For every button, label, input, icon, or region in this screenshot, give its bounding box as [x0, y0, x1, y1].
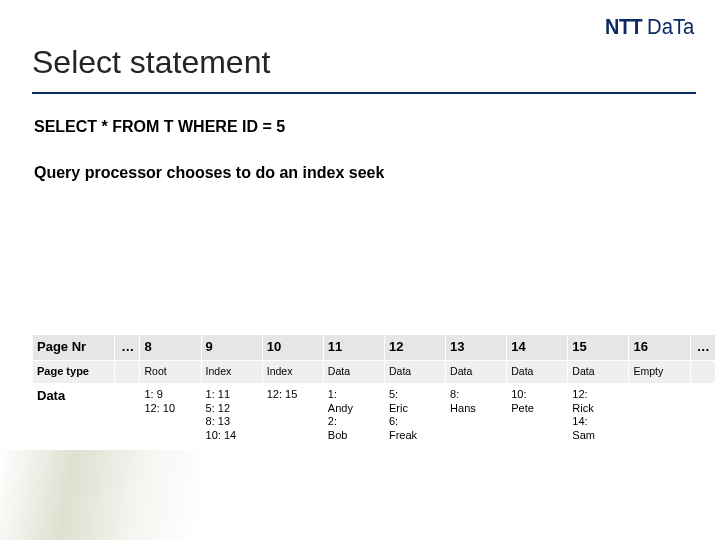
col-header: 9 — [201, 335, 262, 361]
ellipsis-left: … — [115, 335, 140, 361]
table-row: Page type Root Index Index Data Data Dat… — [33, 361, 716, 384]
cell-data: 1: 115: 128: 1310: 14 — [201, 383, 262, 447]
cell-page-type: Data — [446, 361, 507, 384]
cell-empty — [690, 361, 715, 384]
logo-data: DaTa — [647, 14, 694, 40]
cell-page-type: Data — [384, 361, 445, 384]
cell-data: 1: 912: 10 — [140, 383, 201, 447]
cell-empty — [115, 361, 140, 384]
col-header: 15 — [568, 335, 629, 361]
cell-page-type: Index — [201, 361, 262, 384]
sql-statement: SELECT * FROM T WHERE ID = 5 — [34, 118, 696, 136]
col-header: 10 — [262, 335, 323, 361]
cell-page-type: Root — [140, 361, 201, 384]
cell-data: 10:Pete — [507, 383, 568, 447]
col-header: 11 — [323, 335, 384, 361]
row-label-page-type: Page type — [33, 361, 115, 384]
cell-page-type: Index — [262, 361, 323, 384]
cell-empty — [115, 383, 140, 447]
cell-page-type: Empty — [629, 361, 690, 384]
page-table: Page Nr … 8 9 10 11 12 13 14 15 16 … Pag… — [32, 334, 720, 448]
title-area: Select statement — [32, 44, 696, 81]
cell-page-type: Data — [568, 361, 629, 384]
footer-accent — [0, 450, 200, 540]
ellipsis-right: … — [690, 335, 715, 361]
logo-ntt: NTT — [605, 14, 642, 40]
table-row: Data 1: 912: 10 1: 115: 128: 1310: 14 12… — [33, 383, 716, 447]
cell-page-type: Data — [323, 361, 384, 384]
cell-data: 12:Rick14:Sam — [568, 383, 629, 447]
slide-body: SELECT * FROM T WHERE ID = 5 Query proce… — [34, 118, 696, 182]
col-header: 8 — [140, 335, 201, 361]
cell-data: 12: 15 — [262, 383, 323, 447]
cell-data: 5:Eric6:Freak — [384, 383, 445, 447]
row-label-data: Data — [33, 383, 115, 447]
slide-title: Select statement — [32, 44, 696, 81]
cell-data — [629, 383, 690, 447]
cell-data: 8:Hans — [446, 383, 507, 447]
cell-empty — [690, 383, 715, 447]
col-header: 13 — [446, 335, 507, 361]
cell-data: 1:Andy2:Bob — [323, 383, 384, 447]
brand-logo: NTTDaTa — [603, 14, 696, 40]
query-processor-note: Query processor chooses to do an index s… — [34, 164, 696, 182]
col-header: 16 — [629, 335, 690, 361]
title-underline — [32, 92, 696, 94]
row-label-page-nr: Page Nr — [33, 335, 115, 361]
cell-page-type: Data — [507, 361, 568, 384]
col-header: 12 — [384, 335, 445, 361]
col-header: 14 — [507, 335, 568, 361]
table-row: Page Nr … 8 9 10 11 12 13 14 15 16 … — [33, 335, 716, 361]
